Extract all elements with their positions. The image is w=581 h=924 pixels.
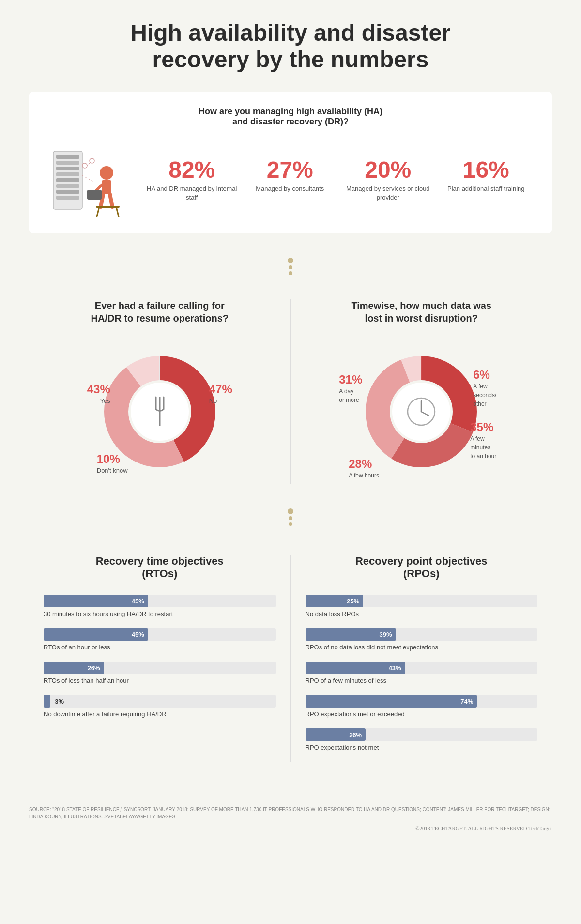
rto-bar-0: 45% 30 minutes to six hours using HA/DR … bbox=[44, 595, 276, 617]
svg-line-21 bbox=[87, 163, 90, 166]
rpo-pct-4: 26% bbox=[349, 731, 362, 739]
svg-line-15 bbox=[116, 207, 119, 216]
rpo-column: Recovery point objectives (RPOs) 25% No … bbox=[291, 536, 552, 781]
svg-rect-17 bbox=[87, 190, 102, 200]
rto-desc-1: RTOs of an hour or less bbox=[44, 644, 276, 651]
rpo-pct-1: 39% bbox=[379, 631, 392, 638]
rto-pct-0: 45% bbox=[132, 598, 144, 605]
failure-title: Ever had a failure calling for HA/DR to … bbox=[44, 299, 276, 324]
stat-item-2: 20% Managed by services or cloud provide… bbox=[341, 158, 435, 202]
stat-percent-2: 20% bbox=[341, 158, 435, 182]
svg-point-19 bbox=[82, 163, 87, 168]
footer-brand: ©2018 TECHTARGET. ALL RIGHTS RESERVED Te… bbox=[29, 825, 552, 831]
rpo-bar-0: 25% No data loss RPOs bbox=[306, 595, 538, 617]
stat-item-1: 27% Managed by consultants bbox=[244, 158, 337, 193]
rpo-desc-2: RPO of a few minutes of less bbox=[306, 677, 538, 684]
stat-percent-1: 27% bbox=[244, 158, 337, 182]
label-few-sec: 6% A fewseconds/other bbox=[473, 368, 496, 408]
illustration bbox=[48, 141, 136, 219]
svg-rect-10 bbox=[102, 180, 111, 194]
rto-title: Recovery time objectives (RTOs) bbox=[44, 555, 276, 580]
rpo-pct-3: 74% bbox=[460, 698, 473, 705]
svg-rect-7 bbox=[56, 190, 79, 194]
rto-column: Recovery time objectives (RTOs) 45% 30 m… bbox=[29, 536, 290, 781]
rpo-bar-4: 26% RPO expectations not met bbox=[306, 728, 538, 751]
stat-label-1: Managed by consultants bbox=[244, 185, 337, 193]
col-data-lost: Timewise, how much data was lost in wors… bbox=[291, 280, 552, 504]
svg-rect-4 bbox=[56, 172, 79, 176]
label-few-hours: 28% A few hours bbox=[349, 457, 379, 479]
rto-bar-1: 45% RTOs of an hour or less bbox=[44, 628, 276, 651]
svg-point-9 bbox=[100, 166, 113, 180]
rto-pct-2: 26% bbox=[88, 664, 100, 672]
label-yes: 43% Yes bbox=[87, 383, 110, 405]
col-failure: Ever had a failure calling for HA/DR to … bbox=[29, 280, 290, 504]
svg-rect-6 bbox=[56, 184, 79, 188]
stat-label-2: Managed by services or cloud provider bbox=[341, 185, 435, 202]
svg-point-20 bbox=[90, 158, 94, 163]
rto-pct-1: 45% bbox=[132, 631, 144, 638]
svg-rect-1 bbox=[56, 155, 79, 159]
rto-bar-2: 26% RTOs of less than half an hour bbox=[44, 662, 276, 684]
svg-line-14 bbox=[97, 207, 99, 216]
svg-rect-3 bbox=[56, 167, 79, 170]
rto-desc-3: No downtime after a failure requiring HA… bbox=[44, 710, 276, 718]
svg-rect-2 bbox=[56, 161, 79, 165]
rto-pct-3: 3% bbox=[53, 698, 64, 705]
svg-line-12 bbox=[110, 194, 112, 207]
stat-percent-0: 82% bbox=[145, 158, 239, 182]
rpo-desc-4: RPO expectations not met bbox=[306, 744, 538, 751]
section-donuts: Ever had a failure calling for HA/DR to … bbox=[29, 280, 552, 504]
stat-item-0: 82% HA and DR managed by internal staff bbox=[145, 158, 239, 202]
stat-percent-3: 16% bbox=[440, 158, 533, 182]
rto-desc-0: 30 minutes to six hours using HA/DR to r… bbox=[44, 610, 276, 617]
rpo-pct-0: 25% bbox=[347, 598, 359, 605]
svg-rect-5 bbox=[56, 178, 79, 182]
footer-source: SOURCE: "2018 STATE OF RESILIENCE," SYNC… bbox=[29, 796, 552, 820]
connector-1 bbox=[29, 253, 552, 280]
stats-row: 82% HA and DR managed by internal staff … bbox=[48, 141, 533, 219]
section1-question: How are you managing high availability (… bbox=[48, 107, 533, 127]
rpo-desc-3: RPO expectations met or exceeded bbox=[306, 710, 538, 718]
rto-desc-2: RTOs of less than half an hour bbox=[44, 677, 276, 684]
label-few-min: 35% A fewminutesto an hour bbox=[470, 420, 496, 460]
rto-bar-3: 3% No downtime after a failure requiring… bbox=[44, 695, 276, 718]
stat-label-3: Plan additional staff training bbox=[440, 185, 533, 193]
rpo-bar-1: 39% RPOs of no data loss did not meet ex… bbox=[306, 628, 538, 651]
label-dontknow: 10% Don't know bbox=[97, 452, 128, 475]
connector-2 bbox=[29, 504, 552, 531]
rpo-bar-3: 74% RPO expectations met or exceeded bbox=[306, 695, 538, 718]
label-day-more: 31% A dayor more bbox=[339, 373, 362, 404]
section-ha-management: How are you managing high availability (… bbox=[29, 92, 552, 233]
stats-items: 82% HA and DR managed by internal staff … bbox=[145, 158, 533, 202]
stat-label-0: HA and DR managed by internal staff bbox=[145, 185, 239, 202]
section-rto-rpo: Recovery time objectives (RTOs) 45% 30 m… bbox=[29, 536, 552, 781]
label-no: 47% No bbox=[209, 383, 232, 405]
data-lost-title: Timewise, how much data was lost in wors… bbox=[306, 299, 538, 324]
stat-item-3: 16% Plan additional staff training bbox=[440, 158, 533, 193]
rpo-bar-2: 43% RPO of a few minutes of less bbox=[306, 662, 538, 684]
svg-line-18 bbox=[82, 175, 94, 183]
rpo-desc-1: RPOs of no data loss did not meet expect… bbox=[306, 644, 538, 651]
rpo-pct-2: 43% bbox=[389, 664, 401, 672]
rpo-desc-0: No data loss RPOs bbox=[306, 610, 538, 617]
rpo-title: Recovery point objectives (RPOs) bbox=[306, 555, 538, 580]
svg-rect-8 bbox=[56, 196, 79, 200]
page-title: High availability and disasterrecovery b… bbox=[29, 19, 552, 73]
